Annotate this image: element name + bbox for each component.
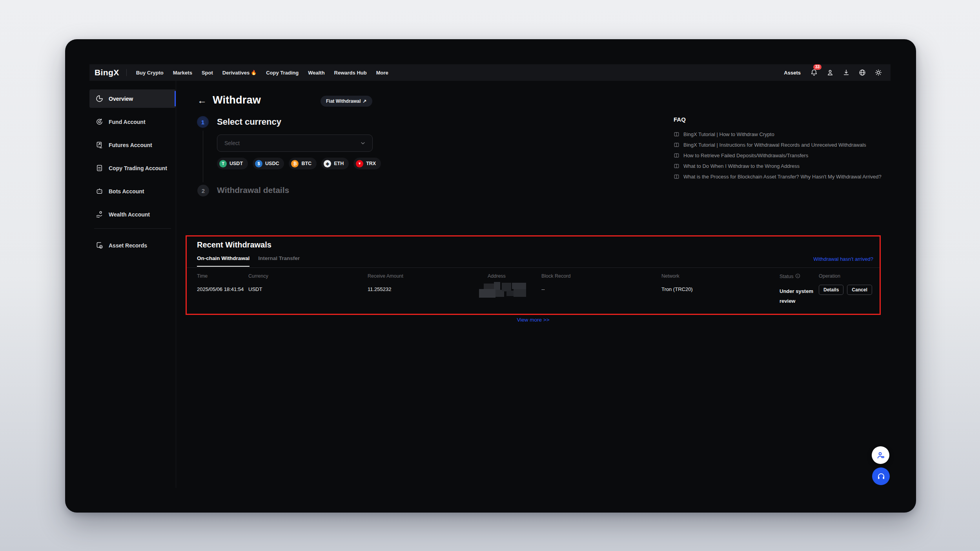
- top-nav: BingX Buy Crypto Markets Spot Derivative…: [89, 64, 891, 81]
- pie-chart-icon: [95, 95, 104, 103]
- recent-withdrawals-title: Recent Withdrawals: [197, 240, 271, 249]
- currency-select-placeholder: Select: [224, 140, 360, 146]
- nav-wealth[interactable]: Wealth: [308, 70, 324, 76]
- usdt-icon: T: [219, 160, 227, 167]
- chip-usdt[interactable]: T USDT: [217, 158, 248, 169]
- sidebar-item-asset-records[interactable]: Asset Records: [89, 236, 176, 255]
- row-status: Under system review: [780, 286, 813, 306]
- download-button[interactable]: [842, 68, 851, 77]
- chevron-down-icon: [360, 140, 366, 146]
- faq-section: FAQ BingX Tutorial | How to Withdraw Cry…: [674, 116, 901, 182]
- faq-title: FAQ: [674, 116, 901, 123]
- user-icon: [826, 69, 834, 76]
- col-header-receive-amount: Receive Amount: [368, 273, 403, 279]
- nav-more[interactable]: More: [376, 70, 388, 76]
- bell-icon: [810, 69, 818, 76]
- faq-link-3[interactable]: How to Retrieve Failed Deposits/Withdraw…: [674, 150, 901, 161]
- headset-icon: [876, 472, 886, 481]
- faq-link-4[interactable]: What to Do When I Withdraw to the Wrong …: [674, 161, 901, 171]
- records-icon: [95, 241, 104, 249]
- tab-internal-transfer[interactable]: Internal Transfer: [258, 255, 300, 267]
- details-button[interactable]: Details: [819, 285, 843, 295]
- recent-tabs: On-chain Withdrawal Internal Transfer: [197, 255, 300, 267]
- notifications-button[interactable]: 33: [810, 68, 818, 77]
- chip-trx[interactable]: ▼ TRX: [353, 158, 381, 169]
- bot-icon: [95, 187, 104, 195]
- sidebar-item-fund-account[interactable]: Fund Account: [89, 113, 176, 131]
- step2-title: Withdrawal details: [217, 185, 289, 195]
- faq-link-5[interactable]: What is the Process for Blockchain Asset…: [674, 171, 901, 182]
- eth-icon: ◆: [324, 160, 331, 167]
- cancel-button[interactable]: Cancel: [847, 285, 872, 295]
- sidebar-item-futures-account[interactable]: Futures Account: [89, 136, 176, 154]
- fiat-withdrawal-button[interactable]: Fiat Withdrawal ↗: [321, 96, 372, 107]
- faq-link-2[interactable]: BingX Tutorial | Instructions for Withdr…: [674, 140, 901, 150]
- row-currency: USDT: [248, 286, 262, 292]
- article-icon: [674, 142, 679, 148]
- download-icon: [842, 69, 850, 76]
- row-time: 2025/05/06 18:41:54: [197, 286, 244, 292]
- customer-service-button[interactable]: [872, 467, 890, 485]
- view-more-link[interactable]: View more >>: [186, 317, 881, 323]
- tab-onchain-withdrawal[interactable]: On-chain Withdrawal: [197, 255, 250, 267]
- nav-spot[interactable]: Spot: [202, 70, 213, 76]
- chip-usdc[interactable]: $ USDC: [253, 158, 284, 169]
- sidebar-item-wealth-account[interactable]: Wealth Account: [89, 205, 176, 224]
- nav-right-group: Assets 33: [784, 68, 883, 77]
- step1-badge: 1: [197, 116, 209, 128]
- row-block-record: --: [541, 286, 545, 292]
- chip-btc[interactable]: ₿ BTC: [289, 158, 317, 169]
- sidebar-item-bots-account[interactable]: Bots Account: [89, 182, 176, 200]
- sidebar-divider-line: [176, 81, 176, 488]
- nav-derivatives[interactable]: Derivatives 🔥: [222, 70, 257, 76]
- step1-title: Select currency: [217, 117, 281, 127]
- article-icon: [674, 163, 679, 169]
- usdc-icon: $: [255, 160, 262, 167]
- step-connector-line: [203, 131, 203, 182]
- globe-icon: [858, 69, 866, 76]
- trx-icon: ▼: [356, 160, 363, 167]
- sidebar-item-copy-trading-account[interactable]: Copy Trading Account: [89, 159, 176, 177]
- fund-icon: [95, 118, 104, 126]
- app-window: BingX Buy Crypto Markets Spot Derivative…: [65, 39, 916, 513]
- col-header-currency: Currency: [248, 273, 268, 279]
- back-arrow-icon[interactable]: ←: [197, 96, 207, 105]
- tabs-divider: [187, 267, 880, 268]
- copy-trading-icon: [95, 164, 104, 172]
- nav-rewards-hub[interactable]: Rewards Hub: [334, 70, 367, 76]
- btc-icon: ₿: [291, 160, 299, 167]
- sidebar-section-divider: [94, 228, 171, 229]
- flame-icon: 🔥: [251, 70, 257, 75]
- col-header-block-record: Block Record: [541, 273, 570, 279]
- currency-chips: T USDT $ USDC ₿ BTC ◆ ETH ▼ TRX: [217, 158, 381, 169]
- assets-link[interactable]: Assets: [784, 70, 801, 76]
- row-operations: Details Cancel: [819, 285, 872, 295]
- support-chat-button[interactable]: [872, 446, 889, 464]
- currency-select[interactable]: Select: [217, 135, 373, 152]
- col-header-time: Time: [197, 273, 208, 279]
- sidebar-item-overview[interactable]: Overview: [89, 89, 176, 108]
- row-address-redacted: [479, 282, 527, 298]
- nav-buy-crypto[interactable]: Buy Crypto: [136, 70, 164, 76]
- row-receive-amount: 11.255232: [368, 286, 392, 292]
- wealth-icon: [95, 210, 104, 218]
- language-button[interactable]: [858, 68, 867, 77]
- bingx-logo[interactable]: BingX: [95, 68, 119, 77]
- nav-copy-trading[interactable]: Copy Trading: [266, 70, 299, 76]
- page-title: Withdraw: [213, 94, 261, 106]
- article-icon: [674, 174, 679, 180]
- col-header-address: Address: [488, 273, 506, 279]
- article-icon: [674, 131, 679, 137]
- chip-eth[interactable]: ◆ ETH: [321, 158, 349, 169]
- withdraw-header: ← Withdraw: [197, 94, 261, 106]
- withdrawal-not-arrived-link[interactable]: Withdrawal hasn't arrived?: [813, 256, 873, 262]
- futures-icon: [95, 141, 104, 149]
- support-agent-icon: [876, 451, 885, 460]
- profile-button[interactable]: [826, 68, 834, 77]
- info-icon[interactable]: [795, 273, 800, 280]
- sidebar: Overview Fund Account Futures Account Co…: [89, 89, 176, 259]
- nav-markets[interactable]: Markets: [173, 70, 192, 76]
- theme-toggle-button[interactable]: [874, 68, 883, 77]
- faq-link-1[interactable]: BingX Tutorial | How to Withdraw Crypto: [674, 129, 901, 140]
- notification-badge: 33: [813, 64, 822, 70]
